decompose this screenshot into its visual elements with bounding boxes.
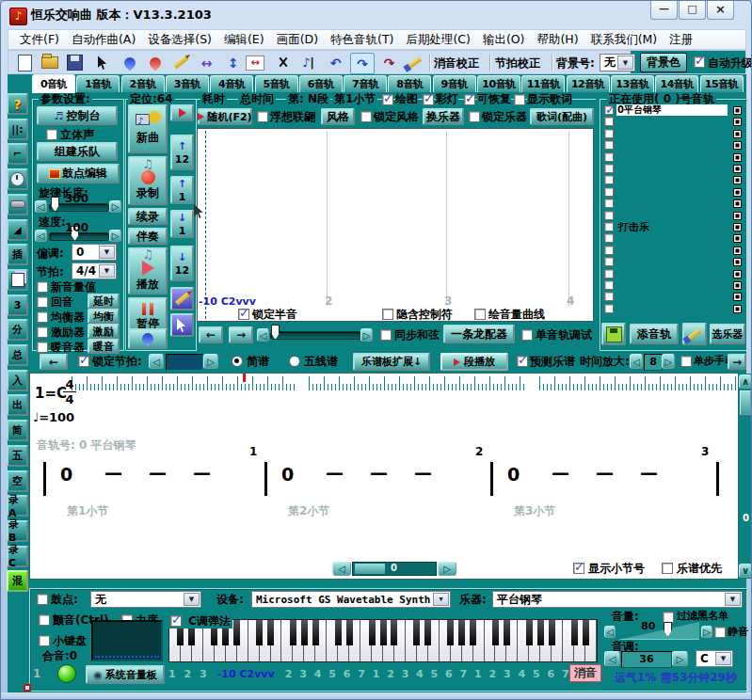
time-zoom-right[interactable]: ▷: [662, 354, 675, 369]
dart-tool-button[interactable]: [128, 328, 168, 349]
transpose-up-1-button[interactable]: ↑1: [170, 176, 194, 204]
scissors-icon[interactable]: [273, 53, 293, 72]
paint-track-button[interactable]: [682, 323, 707, 345]
range-select-icon[interactable]: ↔: [244, 53, 266, 72]
tab-track-3[interactable]: 3音轨: [166, 75, 209, 92]
play-button[interactable]: ♫ 播放: [128, 247, 168, 294]
menu-item-4[interactable]: 画面(D): [277, 32, 318, 48]
notation-line[interactable]: 0———1第1小节0———2第2小节0———3第3小节: [39, 449, 735, 524]
save-icon[interactable]: [65, 53, 85, 72]
time-zoom-left[interactable]: ◁: [630, 354, 643, 369]
new-volume-checkbox[interactable]: [37, 281, 48, 293]
menu-item-10[interactable]: 注册: [669, 32, 693, 48]
track-row-checkbox[interactable]: [604, 280, 614, 290]
echo-delay-button[interactable]: 延时: [88, 294, 120, 309]
track-row-6[interactable]: [603, 174, 743, 185]
track-row-indicator[interactable]: [733, 234, 742, 243]
track-row-checkbox[interactable]: [604, 175, 614, 184]
insert-button[interactable]: 插: [7, 244, 28, 265]
segment-play-button[interactable]: 段播放: [440, 353, 508, 371]
note-cell[interactable]: 0: [60, 464, 72, 485]
track-row-checkbox[interactable]: [604, 257, 614, 266]
black-key[interactable]: [369, 620, 376, 645]
style-button[interactable]: 风格: [321, 108, 355, 125]
crescendo-icon[interactable]: ◢: [7, 219, 28, 241]
track-row-checkbox[interactable]: [604, 129, 614, 138]
black-key[interactable]: [549, 620, 555, 645]
mute-correct-button[interactable]: 消音校正: [434, 56, 479, 72]
track-row-4[interactable]: [603, 151, 743, 163]
staff-radio[interactable]: [289, 356, 300, 367]
track-row-checkbox[interactable]: [604, 211, 614, 220]
track-row-checkbox[interactable]: [604, 199, 614, 208]
black-key[interactable]: [537, 620, 544, 645]
track-row-indicator[interactable]: [733, 293, 742, 301]
track-row-9[interactable]: [603, 210, 743, 221]
score-vscroll[interactable]: ∧ 0 ∨: [739, 374, 752, 579]
help-icon[interactable]: ?: [7, 93, 28, 115]
warm-button[interactable]: 暖音: [88, 339, 120, 354]
track-row-12[interactable]: [603, 245, 743, 256]
exciter-checkbox[interactable]: [37, 326, 48, 338]
maximize-button[interactable]: □: [679, 1, 706, 20]
build-band-button[interactable]: 组建乐队: [37, 142, 118, 161]
pitch-spinner-right[interactable]: ▷: [672, 651, 688, 666]
note-bar-icon[interactable]: ♪|: [298, 53, 318, 72]
track-row-7[interactable]: [603, 186, 743, 198]
tab-track-11[interactable]: 11音轨: [521, 75, 565, 92]
score-vscroll-up[interactable]: ∧: [739, 374, 752, 389]
track-row-11[interactable]: [603, 232, 743, 244]
open-folder-icon[interactable]: [40, 53, 59, 72]
note-cell[interactable]: —: [193, 462, 211, 483]
draw-volume-checkbox[interactable]: [474, 309, 486, 320]
lock-semitone-checkbox[interactable]: [238, 309, 249, 320]
score-right-button[interactable]: →: [728, 354, 746, 370]
draw-canvas[interactable]: 2 3 4 -10 C2vvv: [197, 128, 594, 322]
lights-checkbox[interactable]: [423, 94, 434, 105]
tab-track-7[interactable]: 7音轨: [344, 75, 387, 92]
mix-button[interactable]: 混: [7, 570, 28, 592]
track-row-checkbox[interactable]: [604, 187, 614, 197]
tab-track-2[interactable]: 2音轨: [121, 75, 165, 92]
split-button[interactable]: 分: [7, 319, 28, 341]
canvas-slider[interactable]: [270, 331, 361, 340]
black-key[interactable]: [492, 620, 499, 645]
track-row-indicator[interactable]: [733, 305, 742, 313]
rec-b-button[interactable]: 录B: [7, 520, 28, 542]
black-key[interactable]: [380, 620, 387, 645]
menu-item-9[interactable]: 联系我们(M): [591, 32, 658, 48]
melody-length-right-arrow[interactable]: ▷: [109, 200, 121, 213]
device-select[interactable]: Microsoft GS Wavetable Synth: [251, 591, 451, 608]
black-key[interactable]: [391, 620, 397, 645]
track-row-checkbox[interactable]: [604, 152, 614, 162]
beat-spinner-field[interactable]: [166, 354, 203, 371]
bg-color-button[interactable]: 背景色: [640, 53, 687, 72]
new-file-icon[interactable]: [15, 53, 35, 72]
menu-item-6[interactable]: 后期处理(C): [406, 32, 470, 48]
track-row-checkbox[interactable]: [604, 269, 614, 278]
tab-track-14[interactable]: 14音轨: [655, 75, 698, 92]
track-row-indicator[interactable]: [733, 130, 742, 138]
corner-line-icon[interactable]: ⌐: [7, 143, 28, 165]
excite-button[interactable]: 激励: [88, 324, 120, 339]
bg-number-select[interactable]: 无: [600, 54, 635, 72]
note-cell[interactable]: —: [326, 462, 344, 483]
piano-keyboard[interactable]: [168, 619, 598, 662]
one-stop-orchestration-button[interactable]: 一条龙配器: [443, 325, 515, 343]
pick-instrument-button[interactable]: 选乐器: [710, 324, 745, 344]
draw-checkbox[interactable]: [382, 94, 393, 105]
chevron-down-icon[interactable]: [184, 593, 200, 606]
track-row-checkbox[interactable]: [604, 105, 614, 115]
transpose-up-12-button[interactable]: ↑12: [170, 135, 194, 170]
resume-record-button[interactable]: 续录: [128, 208, 168, 225]
filter-blacklist-checkbox[interactable]: [663, 612, 674, 623]
chevron-down-icon[interactable]: [715, 652, 731, 665]
lock-style-checkbox[interactable]: [360, 111, 372, 122]
menu-item-2[interactable]: 设备选择(S): [148, 32, 212, 48]
redo-icon[interactable]: ↷: [350, 53, 375, 74]
track-row-checkbox[interactable]: [604, 222, 614, 231]
key-icon[interactable]: [7, 194, 28, 215]
chevron-down-icon[interactable]: [99, 246, 115, 259]
track-row-15[interactable]: [603, 279, 743, 291]
auto-upgrade-checkbox[interactable]: [694, 56, 705, 68]
